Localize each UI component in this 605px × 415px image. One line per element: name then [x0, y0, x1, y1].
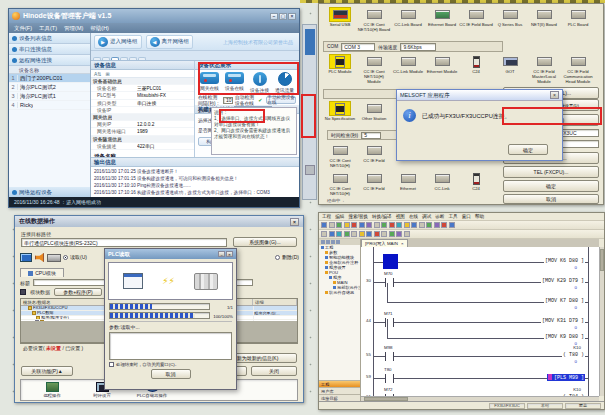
menu-item[interactable]: 搜索/替换: [348, 214, 368, 219]
ladder-rung[interactable]: 61M72K10( T84 )0: [361, 387, 599, 396]
sidebar-section[interactable]: 远程网络连接: [9, 55, 90, 66]
melsoft-ok-button[interactable]: 确定: [508, 144, 548, 155]
toolbar-icon[interactable]: [351, 231, 357, 237]
menu-item[interactable]: 调试: [422, 214, 431, 219]
toolbar-icon[interactable]: [366, 222, 372, 228]
melsoft-title-bar[interactable]: MELSOFT 应用程序 ×: [397, 90, 562, 101]
baud-rate-value[interactable]: 9.6Kbps: [400, 43, 436, 51]
nav-pane-tab[interactable]: 连接目标: [319, 394, 360, 401]
toolbar-icon[interactable]: [359, 231, 365, 237]
toolbar-icon[interactable]: [381, 222, 387, 228]
toolbar-icon[interactable]: [321, 222, 327, 228]
ok-button[interactable]: 确定: [503, 180, 599, 192]
tel-fxcpu-button[interactable]: TEL (FXCPU)...: [503, 166, 599, 178]
plc-interface-option[interactable]: CC-Link Module: [391, 55, 425, 84]
toolbar-icon[interactable]: [344, 231, 350, 237]
toolbar-icon[interactable]: [426, 222, 432, 228]
device-tab[interactable]: [102, 57, 110, 60]
contact-symbol[interactable]: M98: [385, 352, 394, 361]
instruction-box[interactable]: [MOV K31 D79 ]0: [541, 318, 585, 324]
toolbar-icon[interactable]: [434, 222, 440, 228]
related-functions-button[interactable]: 关联功能(P)▲: [21, 366, 73, 376]
ladder-rung[interactable]: 59T80[PLS M99 ]: [361, 367, 599, 385]
menu-item[interactable]: 管理(M): [64, 25, 83, 32]
coexistence-route-option[interactable]: C24: [459, 172, 493, 196]
toolbar-icon[interactable]: [396, 231, 402, 237]
scrollbar-thumb[interactable]: [600, 249, 604, 271]
property-row[interactable]: 网关IP 12.0.0.2: [91, 121, 194, 128]
toolbar-icon[interactable]: [344, 222, 350, 228]
pc-interface-option[interactable]: Serial USB: [323, 8, 357, 32]
menu-item[interactable]: 转换/编译: [372, 214, 392, 219]
pc-interface-option[interactable]: CC IE Field Board: [459, 8, 493, 32]
toolbar-icon[interactable]: [404, 222, 410, 228]
operation-radio[interactable]: 读取(U): [63, 254, 87, 260]
related-function-item[interactable]: 远程操作: [29, 382, 75, 398]
ladder-rung[interactable]: [MOV K6 D80 ]0: [361, 251, 599, 269]
coexistence-route-option[interactable]: CC IE Cont NET/10(H): [323, 172, 357, 196]
toolbar-icon[interactable]: [359, 222, 365, 228]
enter-network-button[interactable]: ▶进入网络组: [94, 35, 142, 49]
close-icon[interactable]: ×: [550, 91, 559, 99]
ladder-editor-canvas[interactable]: [MOV K6 D80 ]030M70[MOV K29 D79 ]0[MOV K…: [361, 247, 599, 396]
param-program-button[interactable]: 参数+程序(P): [54, 288, 102, 296]
pc-interface-option[interactable]: Ethernet Board: [425, 8, 459, 32]
sidebar-section[interactable]: 串口连接信息: [9, 44, 90, 55]
pc-interface-option[interactable]: CC-Link Board: [391, 8, 425, 32]
property-row[interactable]: 接口类型 串口连接: [91, 100, 194, 107]
instruction-box[interactable]: [MOV K9 D80 ]0: [544, 334, 585, 340]
ladder-document-tab[interactable]: [PRG]写入 MAIN×: [361, 239, 408, 247]
toolbar-icon[interactable]: [321, 231, 327, 237]
toolbar-icon[interactable]: [336, 231, 342, 237]
device-row[interactable]: 2 海尔PLC测试2: [9, 83, 90, 92]
menu-item[interactable]: 工具: [448, 214, 457, 219]
sidebar-bottom-item[interactable]: 网络远程设备: [9, 187, 90, 197]
close-button[interactable]: ×: [288, 13, 296, 20]
ladder-rung[interactable]: 30M70[MOV K29 D79 ]0: [361, 271, 599, 289]
menu-item[interactable]: 窗口: [462, 214, 471, 219]
toolbar-icon[interactable]: [389, 222, 395, 228]
check-icon[interactable]: ✔: [258, 97, 262, 103]
toolbar-icon[interactable]: [366, 231, 372, 237]
nav-pane-tab[interactable]: 工程: [319, 380, 360, 387]
close-button[interactable]: ×: [226, 251, 233, 257]
progress-title-bar[interactable]: PLC读取 – ×: [105, 249, 236, 259]
nav-tree-item[interactable]: 软元件存储器: [319, 290, 360, 295]
toolbar-icon[interactable]: [374, 231, 380, 237]
network-route-option[interactable]: CC IE Field: [357, 144, 391, 168]
menu-item[interactable]: 工具(T): [39, 25, 57, 32]
toolbar-icon[interactable]: [329, 231, 335, 237]
contact-symbol[interactable]: T80: [385, 374, 394, 383]
toolbar-icon[interactable]: [389, 231, 395, 237]
close-button[interactable]: 关闭: [251, 366, 297, 376]
property-row[interactable]: 网关透传端口 1989: [91, 128, 194, 135]
instruction-box[interactable]: [MOV K7 D80 ]0: [544, 298, 585, 304]
instruction-box[interactable]: [MOV K29 D79 ]0: [541, 278, 585, 284]
coexistence-route-option[interactable]: Ethernet: [391, 172, 425, 196]
toolbar-icon[interactable]: [419, 222, 425, 228]
instruction-box[interactable]: [PLS M99 ]: [547, 374, 585, 381]
device-tab[interactable]: [138, 57, 146, 60]
toolbar-icon[interactable]: [336, 222, 342, 228]
minimize-button[interactable]: –: [218, 251, 225, 257]
coil-symbol[interactable]: K10( T80 )0: [562, 352, 585, 358]
leave-network-button[interactable]: ◀离开网络组: [146, 35, 194, 49]
time-check-value[interactable]: 5: [361, 132, 381, 139]
checkbox-icon[interactable]: [109, 362, 114, 367]
manual-check-button[interactable]: 手动检测设备在线: [266, 96, 296, 104]
toolbar-icon[interactable]: [396, 222, 402, 228]
menu-item[interactable]: 文件(F): [14, 25, 32, 32]
device-tab[interactable]: [120, 57, 128, 60]
vertical-scrollbar[interactable]: [599, 247, 604, 396]
maximize-button[interactable]: ▢: [279, 13, 287, 20]
menu-item[interactable]: 在线: [409, 214, 418, 219]
device-row[interactable]: 1 西门子200PLC01: [9, 74, 90, 83]
toolbar-icon[interactable]: [449, 222, 455, 228]
cpu-module-tab[interactable]: CPU模块: [20, 268, 64, 277]
com-port-value[interactable]: COM 3: [341, 43, 375, 51]
ladder-rung[interactable]: [MOV K9 D80 ]0: [361, 327, 599, 345]
system-image-button[interactable]: 系统图像(G)...: [233, 237, 297, 247]
menu-item[interactable]: 编辑: [335, 214, 344, 219]
tab-close-icon[interactable]: ×: [401, 241, 404, 246]
menu-item[interactable]: 诊断: [435, 214, 444, 219]
